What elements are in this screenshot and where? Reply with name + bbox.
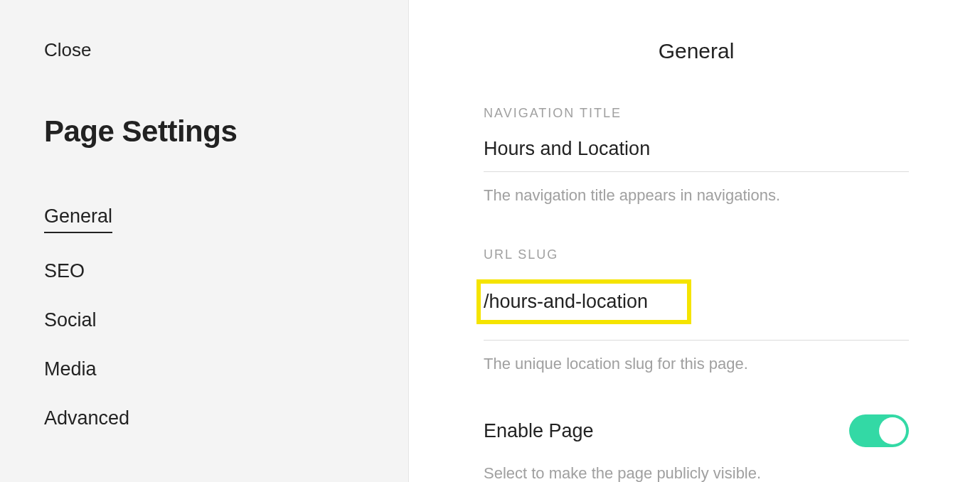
field-navigation-title: NAVIGATION TITLE The navigation title ap… bbox=[484, 106, 909, 205]
url-slug-input[interactable] bbox=[484, 291, 676, 313]
nav-title-label: NAVIGATION TITLE bbox=[484, 106, 909, 121]
nav-item-advanced[interactable]: Advanced bbox=[44, 407, 129, 429]
nav-title-help: The navigation title appears in navigati… bbox=[484, 186, 909, 205]
enable-page-toggle[interactable] bbox=[849, 414, 909, 447]
field-url-slug: URL SLUG The unique location slug for th… bbox=[484, 247, 909, 373]
toggle-knob bbox=[879, 417, 906, 444]
nav-item-media[interactable]: Media bbox=[44, 358, 97, 380]
url-slug-input-wrap bbox=[484, 279, 909, 341]
nav-title-input-wrap bbox=[484, 138, 909, 172]
enable-page-label: Enable Page bbox=[484, 420, 594, 442]
nav-item-social[interactable]: Social bbox=[44, 309, 97, 331]
nav-title-input[interactable] bbox=[484, 138, 909, 160]
nav-item-seo[interactable]: SEO bbox=[44, 260, 85, 282]
field-enable-page: Enable Page Select to make the page publ… bbox=[484, 414, 909, 482]
url-slug-highlight bbox=[476, 279, 691, 324]
page-title: Page Settings bbox=[44, 114, 408, 149]
url-slug-label: URL SLUG bbox=[484, 247, 909, 262]
nav-list: General SEO Social Media Advanced bbox=[44, 205, 408, 429]
nav-item-general[interactable]: General bbox=[44, 205, 112, 233]
main-heading: General bbox=[484, 39, 909, 63]
close-button[interactable]: Close bbox=[44, 39, 91, 61]
url-slug-help: The unique location slug for this page. bbox=[484, 355, 909, 373]
main-panel: General NAVIGATION TITLE The navigation … bbox=[409, 0, 980, 482]
enable-page-row: Enable Page bbox=[484, 414, 909, 447]
enable-page-help: Select to make the page publicly visible… bbox=[484, 464, 909, 482]
sidebar: Close Page Settings General SEO Social M… bbox=[0, 0, 409, 482]
